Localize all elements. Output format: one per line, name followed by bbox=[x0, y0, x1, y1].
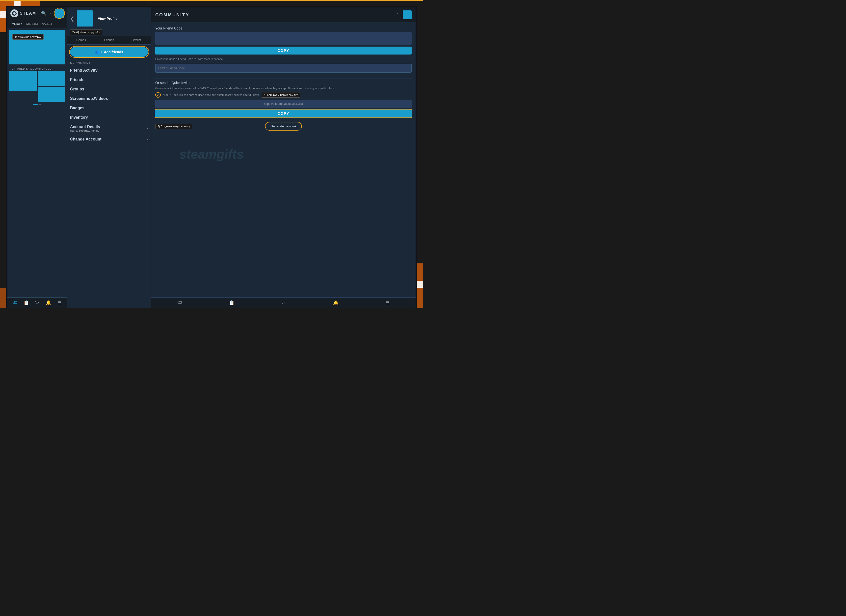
left-bottom-nav: 🏷 📋 🛡 🔔 ☰ bbox=[7, 297, 67, 308]
tab-wallet[interactable]: Wallet bbox=[123, 36, 151, 44]
right-hamburger-icon[interactable]: ☰ bbox=[386, 300, 389, 306]
left-panel: STEAM 🔍 ⋮ 1) Жмем на аватарку MENU ▼ WIS… bbox=[7, 7, 67, 308]
invite-url-box: https://s.team/p/ваша/ссылка bbox=[155, 100, 411, 108]
tag-icon[interactable]: 🏷 bbox=[13, 300, 17, 306]
annotation-label-1: 1) Жмем на аватарку bbox=[12, 34, 44, 40]
nav-wallet-item[interactable]: WALLET bbox=[40, 22, 54, 26]
right-content: Your Friend Code COPY Enter your friend'… bbox=[151, 22, 416, 297]
community-header-right: ⋮ bbox=[395, 10, 411, 19]
bell-icon[interactable]: 🔔 bbox=[46, 300, 51, 306]
avatar-ring-highlight bbox=[54, 8, 65, 19]
change-account-arrow-icon: › bbox=[147, 137, 148, 141]
steam-logo-icon bbox=[10, 9, 18, 17]
featured-item-1 bbox=[9, 71, 37, 91]
community-title: COMMUNITY bbox=[155, 12, 189, 18]
featured-item-2 bbox=[38, 71, 65, 86]
add-friends-icon: 👥+ bbox=[95, 50, 102, 54]
annotation-2-wrapper: 2) «Добавить друзей» bbox=[67, 29, 151, 36]
steam-header: STEAM 🔍 ⋮ bbox=[7, 7, 67, 19]
nav-menu: MENU ▼ WISHLIST WALLET bbox=[7, 19, 67, 28]
right-tag-icon[interactable]: 🏷 bbox=[177, 300, 182, 306]
menu-change-account[interactable]: Change Account › bbox=[67, 135, 151, 144]
menu-account-details[interactable]: Account Details Store, Security, Family … bbox=[67, 122, 151, 135]
middle-panel: ❮ View Profile 2) «Добавить друзей» Game… bbox=[67, 7, 151, 308]
menu-friends[interactable]: Friends bbox=[67, 75, 151, 84]
friend-code-input[interactable] bbox=[155, 64, 411, 73]
annotation-label-4: 4) Копируем новую ссылку bbox=[262, 92, 300, 98]
steam-logo: STEAM bbox=[10, 9, 36, 17]
featured-grid bbox=[7, 71, 67, 102]
more-options-icon[interactable]: ⋮ bbox=[48, 11, 53, 16]
right-bottom-nav: 🏷 📋 🛡 🔔 ☰ bbox=[151, 297, 416, 308]
steam-logo-text: STEAM bbox=[20, 11, 36, 16]
top-accent-bar bbox=[0, 0, 423, 1]
change-account-label: Change Account bbox=[70, 137, 101, 141]
dot-inactive bbox=[39, 104, 41, 105]
copy-invite-wrapper: COPY bbox=[155, 110, 411, 120]
list-icon[interactable]: 📋 bbox=[24, 300, 29, 306]
account-details-content: Account Details Store, Security, Family bbox=[70, 125, 100, 132]
generate-new-link-button[interactable]: Generate new link bbox=[265, 122, 302, 131]
note-content: NOTE: Each link can only be used once an… bbox=[163, 92, 300, 98]
header-icons: 🔍 ⋮ bbox=[41, 9, 64, 18]
profile-tabs: Games Friends Wallet bbox=[67, 36, 151, 45]
add-friends-button[interactable]: 👥+ Add friends bbox=[70, 47, 148, 57]
annotation-label-2: 2) «Добавить друзей» bbox=[70, 29, 102, 35]
menu-groups[interactable]: Groups bbox=[67, 84, 151, 94]
nav-wishlist-item[interactable]: WISHLIST bbox=[24, 22, 40, 26]
copy-friend-code-button[interactable]: COPY bbox=[155, 47, 411, 54]
avatar-wrapper[interactable] bbox=[55, 9, 64, 18]
community-avatar[interactable] bbox=[403, 10, 411, 19]
hamburger-icon[interactable]: ☰ bbox=[57, 300, 62, 306]
back-arrow-icon[interactable]: ❮ bbox=[70, 16, 74, 22]
menu-chevron: ▼ bbox=[21, 23, 22, 25]
featured-label: FEATURED & RECOMMENDED bbox=[7, 66, 67, 71]
menu-screenshots[interactable]: Screenshots/Videos bbox=[67, 94, 151, 103]
account-arrow-icon: › bbox=[147, 126, 148, 130]
featured-item-3 bbox=[38, 87, 65, 102]
carousel-dots bbox=[7, 102, 67, 107]
tab-friends[interactable]: Friends bbox=[95, 36, 123, 44]
friend-code-box bbox=[155, 32, 411, 45]
copy-invite-button[interactable]: COPY bbox=[155, 110, 411, 118]
generate-link-wrapper: 3) Создаем новую ссылку Generate new lin… bbox=[155, 122, 411, 131]
nav-menu-item[interactable]: MENU ▼ bbox=[10, 22, 24, 26]
community-header: COMMUNITY ⋮ bbox=[151, 7, 416, 22]
featured-col-right bbox=[38, 71, 65, 102]
view-profile-button[interactable]: View Profile bbox=[95, 15, 120, 22]
tab-games[interactable]: Games bbox=[67, 36, 95, 44]
friend-code-section-title: Your Friend Code bbox=[155, 26, 411, 30]
search-icon[interactable]: 🔍 bbox=[41, 11, 47, 16]
right-panel: COMMUNITY ⋮ Your Friend Code COPY Enter … bbox=[151, 7, 416, 308]
svg-point-9 bbox=[13, 12, 16, 15]
account-details-label: Account Details bbox=[70, 125, 100, 129]
friend-code-hint: Enter your friend's Friend Code to invit… bbox=[155, 57, 411, 61]
annotation-label-3: 3) Создаем новую ссылку bbox=[155, 123, 192, 129]
right-bell-icon[interactable]: 🔔 bbox=[333, 300, 339, 306]
note-text: NOTE: Each link can only be used once an… bbox=[163, 93, 260, 96]
right-list-icon[interactable]: 📋 bbox=[229, 300, 234, 306]
menu-badges[interactable]: Badges bbox=[67, 103, 151, 113]
menu-inventory[interactable]: Inventory bbox=[67, 113, 151, 122]
right-shield-icon[interactable]: 🛡 bbox=[281, 300, 286, 306]
menu-friend-activity[interactable]: Friend Activity bbox=[67, 66, 151, 75]
shield-icon[interactable]: 🛡 bbox=[35, 300, 40, 306]
quick-invite-title: Or send a Quick Invite bbox=[155, 81, 411, 85]
community-more-icon[interactable]: ⋮ bbox=[395, 12, 400, 18]
account-details-sub: Store, Security, Family bbox=[70, 129, 100, 132]
profile-header: ❮ View Profile bbox=[67, 7, 151, 29]
note-row: ✓ NOTE: Each link can only be used once … bbox=[155, 92, 411, 98]
my-content-label: MY CONTENT bbox=[67, 59, 151, 66]
profile-avatar bbox=[77, 10, 93, 26]
quick-invite-desc: Generate a link to share via email or SM… bbox=[155, 86, 411, 90]
add-friends-label: Add friends bbox=[104, 50, 123, 54]
dot-active bbox=[33, 104, 38, 105]
checkmark-icon: ✓ bbox=[155, 92, 161, 98]
